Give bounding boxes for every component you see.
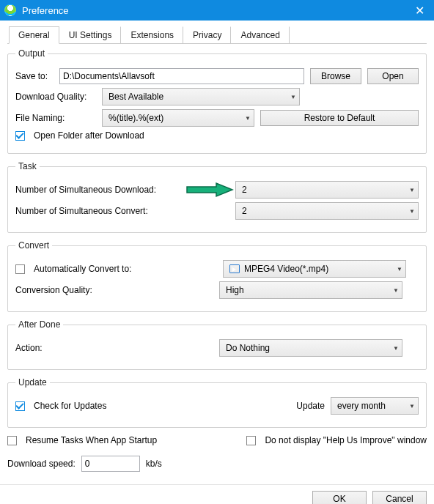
tab-extensions[interactable]: Extensions (121, 26, 183, 44)
open-folder-checkbox[interactable] (15, 131, 25, 141)
action-combo[interactable]: Do Nothing ▼ (219, 339, 402, 357)
auto-convert-label: Automatically Convert to: (34, 264, 217, 274)
ok-button[interactable]: OK (312, 491, 367, 504)
conv-quality-combo[interactable]: High ▼ (219, 281, 402, 299)
convert-format-value: MPEG4 Video(*.mp4) (244, 264, 392, 274)
conv-quality-value: High (226, 285, 389, 295)
download-quality-combo[interactable]: Best Available ▼ (102, 88, 300, 105)
label-file-naming: File Naming: (15, 113, 96, 123)
content-area: General UI Settings Extensions Privacy A… (0, 21, 434, 484)
file-naming-combo[interactable]: %(title).%(ext) ▼ (102, 109, 254, 127)
browse-button[interactable]: Browse (310, 68, 361, 84)
label-action: Action: (15, 343, 213, 353)
label-simul-convert: Number of Simultaneous Convert: (15, 206, 162, 216)
auto-convert-checkbox[interactable] (15, 264, 25, 274)
open-button[interactable]: Open (367, 68, 419, 84)
file-naming-value: %(title).%(ext) (108, 113, 240, 123)
legend-after-done: After Done (15, 319, 63, 330)
check-updates-label: Check for Updates (34, 401, 106, 411)
label-simul-download: Number of Simultaneous Download: (15, 185, 162, 195)
window-title: Preference (22, 5, 69, 16)
label-download-quality: Download Quality: (15, 92, 96, 102)
close-icon[interactable]: ✕ (409, 4, 430, 18)
legend-task: Task (15, 161, 40, 171)
group-convert: Convert Automatically Convert to: MPEG4 … (7, 240, 427, 312)
chevron-down-icon: ▼ (389, 287, 399, 294)
cancel-button[interactable]: Cancel (372, 491, 427, 504)
open-folder-label: Open Folder after Download (34, 130, 144, 141)
label-speed-unit: kb/s (146, 459, 162, 469)
legend-convert: Convert (15, 240, 52, 251)
titlebar: Preference ✕ (0, 0, 434, 21)
no-help-checkbox[interactable] (246, 436, 256, 445)
group-task: Task Number of Simultaneous Download: 2 … (7, 161, 427, 233)
download-speed-input[interactable] (81, 456, 140, 472)
dialog-footer: OK Cancel (0, 484, 434, 504)
group-output: Output Save to: Browse Open Download Qua… (7, 48, 427, 154)
chevron-down-icon: ▼ (405, 208, 415, 215)
simul-convert-combo[interactable]: 2 ▼ (235, 202, 419, 220)
convert-format-combo[interactable]: MPEG4 Video(*.mp4) ▼ (223, 260, 406, 278)
tab-general[interactable]: General (9, 26, 59, 44)
legend-output: Output (15, 48, 48, 59)
update-interval-value: every month (337, 401, 405, 411)
tab-privacy[interactable]: Privacy (183, 26, 231, 44)
simul-convert-value: 2 (242, 206, 405, 216)
resume-tasks-checkbox[interactable] (7, 436, 17, 445)
chevron-down-icon: ▼ (392, 266, 402, 273)
no-help-label: Do not display "Help Us Improve" window (265, 435, 427, 445)
save-to-input[interactable] (59, 68, 304, 84)
label-conv-quality: Conversion Quality: (15, 285, 213, 295)
video-format-icon (229, 264, 240, 273)
resume-tasks-label: Resume Tasks When App Startup (26, 435, 157, 445)
restore-default-button[interactable]: Restore to Default (260, 110, 419, 126)
group-update: Update Check for Updates Update every mo… (7, 377, 427, 428)
chevron-down-icon: ▼ (240, 115, 251, 122)
simul-download-value: 2 (242, 185, 405, 195)
svg-marker-0 (187, 183, 232, 196)
chevron-down-icon: ▼ (405, 187, 415, 193)
label-save-to: Save to: (15, 71, 54, 81)
tab-ui-settings[interactable]: UI Settings (59, 26, 122, 44)
action-value: Do Nothing (226, 343, 389, 353)
tab-bar: General UI Settings Extensions Privacy A… (7, 26, 427, 44)
group-after-done: After Done Action: Do Nothing ▼ (7, 319, 427, 370)
chevron-down-icon: ▼ (389, 345, 399, 352)
download-quality-value: Best Available (108, 92, 286, 102)
chevron-down-icon: ▼ (405, 403, 415, 410)
app-icon (4, 4, 16, 16)
chevron-down-icon: ▼ (286, 94, 296, 100)
label-update: Update (296, 401, 325, 411)
annotation-arrow (184, 181, 235, 199)
tab-advanced[interactable]: Advanced (231, 26, 289, 44)
label-download-speed: Download speed: (7, 459, 76, 469)
update-interval-combo[interactable]: every month ▼ (331, 397, 419, 415)
legend-update: Update (15, 377, 50, 388)
simul-download-combo[interactable]: 2 ▼ (235, 181, 419, 199)
check-updates-checkbox[interactable] (15, 401, 25, 411)
